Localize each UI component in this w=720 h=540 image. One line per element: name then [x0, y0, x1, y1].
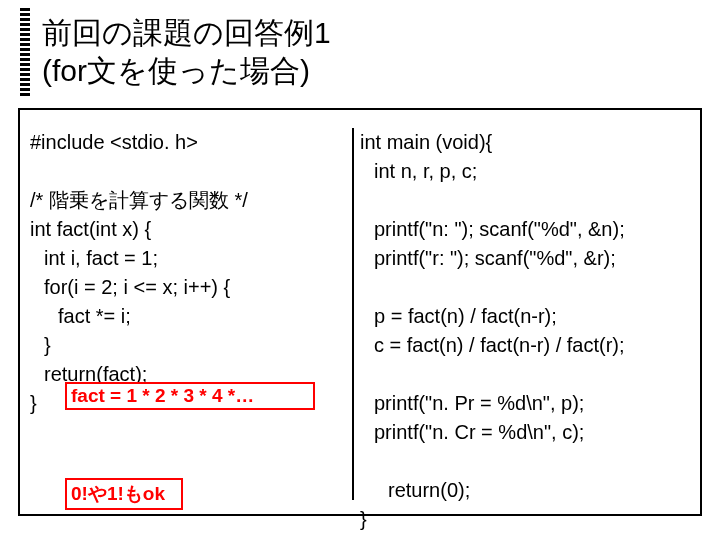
callout-zero-one-ok: 0!や1!もok: [65, 478, 183, 510]
code-line: /* 階乗を計算する関数 */: [30, 186, 350, 215]
code-line: int i, fact = 1;: [30, 244, 350, 273]
code-line: printf("n. Cr = %d\n", c);: [360, 418, 695, 447]
code-line: int n, r, p, c;: [360, 157, 695, 186]
left-column: #include <stdio. h> /* 階乗を計算する関数 */ int …: [30, 128, 350, 418]
right-column: int main (void){ int n, r, p, c; printf(…: [360, 128, 695, 534]
code-line: for(i = 2; i <= x; i++) {: [30, 273, 350, 302]
code-line: printf("n. Pr = %d\n", p);: [360, 389, 695, 418]
code-line: int main (void){: [360, 128, 695, 157]
slide-title: 前回の課題の回答例1 (for文を使った場合): [42, 14, 331, 89]
code-line: fact *= i;: [30, 302, 350, 331]
code-line: p = fact(n) / fact(n-r);: [360, 302, 695, 331]
code-line: printf("n: "); scanf("%d", &n);: [360, 215, 695, 244]
code-line: }: [30, 331, 350, 360]
title-accent-ticks: [20, 8, 30, 100]
code-line: }: [360, 505, 695, 534]
code-line: printf("r: "); scanf("%d", &r);: [360, 244, 695, 273]
callout-fact-expansion: fact = 1 * 2 * 3 * 4 *…: [65, 382, 315, 410]
code-line: return(0);: [360, 476, 695, 505]
code-line: c = fact(n) / fact(n-r) / fact(r);: [360, 331, 695, 360]
code-line: int fact(int x) {: [30, 215, 350, 244]
title-line-1: 前回の課題の回答例1: [42, 16, 331, 49]
column-divider: [352, 128, 354, 500]
content-box: #include <stdio. h> /* 階乗を計算する関数 */ int …: [18, 108, 702, 516]
slide: 前回の課題の回答例1 (for文を使った場合) #include <stdio.…: [0, 0, 720, 540]
code-line: #include <stdio. h>: [30, 128, 350, 157]
title-line-2: (for文を使った場合): [42, 54, 310, 87]
